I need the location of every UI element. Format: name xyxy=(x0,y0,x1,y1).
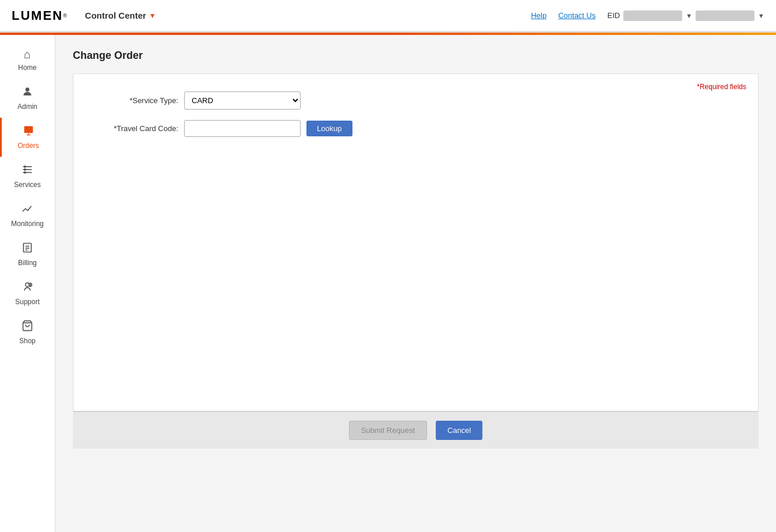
billing-icon xyxy=(22,242,33,256)
services-icon xyxy=(22,164,33,178)
svg-point-15 xyxy=(30,286,31,287)
service-type-row: *Service Type: CARD xyxy=(85,91,746,110)
shop-icon xyxy=(22,320,33,334)
control-center-chevron-icon: ▼ xyxy=(149,12,156,20)
control-center-menu[interactable]: Control Center ▼ xyxy=(85,10,156,20)
sidebar-item-orders[interactable]: Orders xyxy=(0,118,55,157)
support-icon xyxy=(22,281,33,295)
submit-request-button[interactable]: Submit Request xyxy=(349,421,428,440)
required-note: *Required fields xyxy=(697,83,746,91)
sidebar-item-monitoring[interactable]: Monitoring xyxy=(0,196,55,235)
header-right: Help Contact Us EID ██████████ ▼ ███████… xyxy=(531,10,764,21)
sidebar-label-services: Services xyxy=(14,181,41,189)
sidebar-label-monitoring: Monitoring xyxy=(11,220,44,228)
sidebar-label-shop: Shop xyxy=(19,337,36,345)
lumen-logo: LUMEN® xyxy=(12,8,68,23)
sidebar: ⌂ Home Admin Orders Services Monitorin xyxy=(0,35,55,532)
contact-us-link[interactable]: Contact Us xyxy=(558,11,595,20)
svg-point-5 xyxy=(24,166,26,168)
svg-point-6 xyxy=(24,169,26,171)
svg-rect-1 xyxy=(24,126,33,133)
lookup-button[interactable]: Lookup xyxy=(306,121,352,136)
sidebar-item-home[interactable]: ⌂ Home xyxy=(0,41,55,79)
sidebar-label-billing: Billing xyxy=(18,259,37,267)
main-layout: ⌂ Home Admin Orders Services Monitorin xyxy=(0,35,776,532)
footer-action-bar: Submit Request Cancel xyxy=(73,411,759,449)
sidebar-label-home: Home xyxy=(18,64,37,72)
sidebar-item-shop[interactable]: Shop xyxy=(0,313,55,352)
eid-label: EID xyxy=(607,11,620,20)
service-type-select[interactable]: CARD xyxy=(184,91,301,110)
page-title: Change Order xyxy=(73,50,759,62)
service-type-label: *Service Type: xyxy=(85,96,178,105)
form-container: *Required fields *Service Type: CARD *Tr… xyxy=(73,73,759,411)
eid-section: EID ██████████ ▼ ██████████ ▼ xyxy=(607,10,764,21)
sidebar-label-admin: Admin xyxy=(17,103,37,111)
eid-chevron-icon[interactable]: ▼ xyxy=(686,12,692,19)
user-chevron-icon[interactable]: ▼ xyxy=(758,12,764,19)
sidebar-label-orders: Orders xyxy=(17,142,39,150)
travel-card-code-label: *Travel Card Code: xyxy=(85,124,178,133)
admin-icon xyxy=(22,86,33,100)
sidebar-label-support: Support xyxy=(15,298,40,306)
main-content: Change Order *Required fields *Service T… xyxy=(55,35,776,532)
monitoring-icon xyxy=(22,203,33,217)
sidebar-item-support[interactable]: Support xyxy=(0,274,55,313)
sidebar-item-admin[interactable]: Admin xyxy=(0,79,55,118)
svg-point-0 xyxy=(26,87,30,91)
help-link[interactable]: Help xyxy=(531,11,546,20)
home-icon: ⌂ xyxy=(24,48,31,61)
sidebar-item-billing[interactable]: Billing xyxy=(0,235,55,274)
orders-icon xyxy=(23,125,34,139)
sidebar-item-services[interactable]: Services xyxy=(0,157,55,196)
travel-card-code-input[interactable] xyxy=(184,120,301,137)
cancel-button[interactable]: Cancel xyxy=(436,421,482,440)
travel-card-code-row: *Travel Card Code: Lookup xyxy=(85,120,746,137)
svg-point-7 xyxy=(24,172,26,174)
user-value: ██████████ xyxy=(696,10,754,21)
eid-value: ██████████ xyxy=(623,10,682,21)
